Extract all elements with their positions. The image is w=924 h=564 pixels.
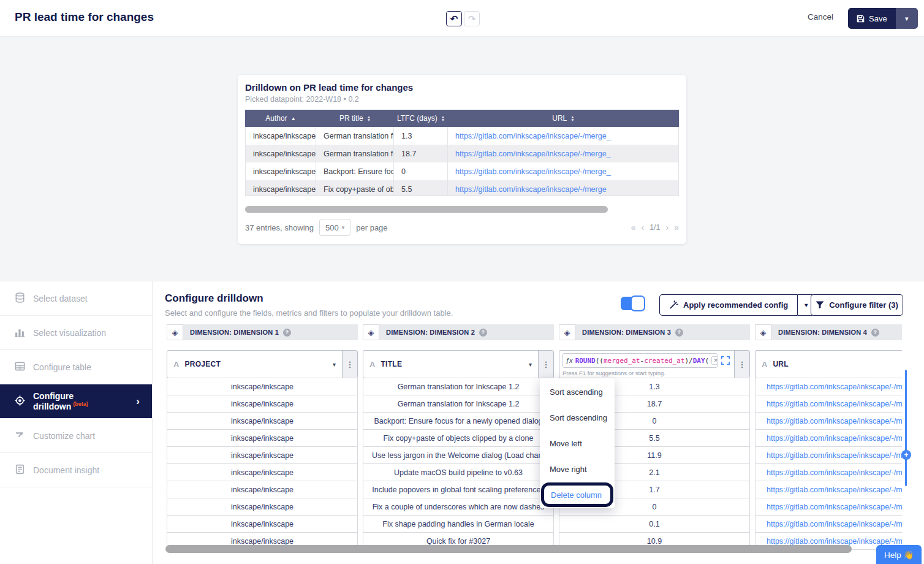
row-url-link[interactable]: https://gitlab.com/inkscape/inkscape/-/m… (767, 434, 902, 443)
help-tooltip-icon[interactable]: ? (283, 329, 291, 337)
help-button[interactable]: Help 👋 (876, 545, 922, 564)
builder-horizontal-scrollbar[interactable] (165, 545, 852, 553)
pr-url-link[interactable]: https://gitlab.com/inkscape/inkscape/-/m… (455, 167, 611, 176)
apply-recommended-config-button[interactable]: Apply recommended config (659, 294, 797, 316)
configure-content: Configure drilldown Select and configure… (153, 281, 924, 564)
first-page-icon[interactable]: « (631, 223, 636, 232)
grid-cell: https://gitlab.com/inkscape/inkscape/-/m… (755, 395, 902, 413)
menu-item-delete-column[interactable]: Delete column (541, 482, 613, 507)
next-page-icon[interactable]: › (666, 223, 669, 232)
url-cell: https://gitlab.com/inkscape/inkscape/-/m… (448, 180, 679, 196)
row-url-link[interactable]: https://gitlab.com/inkscape/inkscape/-/m… (767, 383, 902, 391)
row-url-link[interactable]: https://gitlab.com/inkscape/inkscape/-/m… (767, 486, 902, 494)
column-selector: APROJECT▾⋮ (167, 350, 358, 378)
table-row: inkscape/inkscapeFix copy+paste of objec… (245, 180, 679, 196)
sidebar-item-document-insight[interactable]: Document insight (0, 453, 152, 487)
sidebar-item-customize-chart[interactable]: Customize chart (0, 419, 152, 453)
grid-cell: Update macOS build pipeline to v0.63 (363, 463, 554, 481)
prev-page-icon[interactable]: ‹ (641, 223, 644, 232)
table-row: inkscape/inkscapeGerman translation for … (245, 127, 679, 145)
cancel-button[interactable]: Cancel (808, 12, 833, 21)
sidebar-item-label: Configure table (33, 362, 91, 372)
dimension-header-bar: DIMENSION: DIMENSION 1? (183, 324, 358, 340)
filter-funnel-icon (816, 301, 824, 309)
drilldown-card-title: Drilldown on PR lead time for changes (245, 82, 413, 93)
field-dropdown-url[interactable]: AURL▾ (755, 351, 902, 378)
column-menu-icon[interactable]: ⋮ (734, 351, 749, 378)
pr-url-link[interactable]: https://gitlab.com/inkscape/inkscape/-/m… (455, 132, 611, 140)
expand-formula-icon[interactable] (720, 355, 731, 366)
formula-hint: Press F1 for suggestions or start typing… (562, 370, 731, 376)
text-type-icon: A (369, 360, 375, 369)
table-row: inkscape/inkscapeGerman translation for … (245, 145, 679, 162)
row-url-link[interactable]: https://gitlab.com/inkscape/inkscape/-/m… (767, 451, 902, 460)
clear-formula-icon[interactable]: ✕ (711, 356, 718, 365)
formula-token-func: DAY (693, 357, 705, 365)
drilldown-enable-toggle[interactable] (621, 297, 643, 310)
chevron-right-icon: › (136, 395, 140, 408)
column-header-pr-title[interactable]: PR title▲▼ (316, 110, 394, 127)
beta-badge: (beta) (73, 401, 88, 407)
configure-filter-button[interactable]: Configure filter (3) (811, 294, 903, 316)
pagination-bar: 37 entries, showing 500 ▾ per page « ‹ 1… (245, 218, 679, 237)
column-menu-icon[interactable]: ⋮ (342, 351, 357, 378)
drilldown-builder: ◈DIMENSION: DIMENSION 1?APROJECT▾⋮inksca… (167, 324, 902, 564)
help-tooltip-icon[interactable]: ? (479, 329, 487, 337)
column-header-ltfc-days-[interactable]: LTFC (days)▲▼ (394, 110, 448, 127)
magic-wand-icon (669, 300, 678, 310)
sidebar-item-select-visualization[interactable]: Select visualization (0, 316, 152, 350)
grid-cell: inkscape/inkscape (167, 498, 358, 516)
pr-url-link[interactable]: https://gitlab.com/inkscape/inkscape/-/m… (455, 150, 611, 158)
menu-item-sort-descending[interactable]: Sort descending (540, 405, 615, 430)
page-size-select[interactable]: 500 ▾ (319, 219, 350, 236)
sidebar-item-label: Select visualization (33, 328, 106, 338)
sidebar-item-select-dataset[interactable]: Select dataset (0, 281, 152, 316)
save-button[interactable]: Save (848, 8, 896, 29)
help-tooltip-icon[interactable]: ? (675, 329, 683, 337)
card-horizontal-scrollbar[interactable] (245, 206, 608, 213)
sidebar-item-label: Customize chart (33, 431, 95, 441)
column-header-author[interactable]: Author▲ (245, 110, 316, 127)
formula-token-field: created_at (644, 357, 684, 365)
dimension-header-bar: DIMENSION: DIMENSION 3? (575, 324, 750, 340)
formula-input[interactable]: ƒxROUND((merged_at-created_at)/DAY(✕ (562, 353, 718, 368)
grid-cell: https://gitlab.com/inkscape/inkscape/-/m… (755, 378, 902, 395)
column-header-label: URL (552, 114, 567, 123)
ltfc-cell: 5.5 (394, 180, 448, 196)
save-dropdown-button[interactable]: ▾ (896, 8, 918, 29)
row-url-link[interactable]: https://gitlab.com/inkscape/inkscape/-/m… (767, 520, 902, 528)
url-cell: https://gitlab.com/inkscape/inkscape/-/m… (448, 127, 679, 145)
ltfc-cell: 0 (394, 162, 448, 180)
redo-button[interactable]: ↷ (464, 11, 480, 26)
pr-title-cell: German translation for Inks... (316, 145, 394, 162)
configure-heading: Configure drilldown (165, 292, 263, 305)
row-url-link[interactable]: https://gitlab.com/inkscape/inkscape/-/m… (767, 468, 902, 477)
sidebar-item-configure-drilldown[interactable]: Configure drilldown(beta)› (0, 384, 152, 419)
help-tooltip-icon[interactable]: ? (871, 329, 879, 337)
row-url-link[interactable]: https://gitlab.com/inkscape/inkscape/-/m… (767, 400, 902, 408)
menu-item-sort-ascending[interactable]: Sort ascending (540, 379, 615, 405)
row-url-link[interactable]: https://gitlab.com/inkscape/inkscape/-/m… (767, 417, 902, 425)
row-url-link[interactable]: https://gitlab.com/inkscape/inkscape/-/m… (767, 503, 902, 511)
pr-url-link[interactable]: https://gitlab.com/inkscape/inkscape/-/m… (455, 185, 607, 194)
undo-button[interactable]: ↶ (446, 11, 462, 26)
column-header-url[interactable]: URL▲▼ (448, 110, 679, 127)
sidebar-item-configure-table[interactable]: Configure table (0, 350, 152, 384)
menu-item-move-right[interactable]: Move right (540, 456, 615, 482)
last-page-icon[interactable]: » (674, 223, 679, 232)
formula-token-plain: (( (596, 357, 604, 365)
grid-cell: https://gitlab.com/inkscape/inkscape/-/m… (755, 515, 902, 533)
barchart-icon (15, 327, 25, 339)
undo-icon: ↶ (450, 13, 458, 25)
column-menu-icon[interactable]: ⋮ (538, 351, 553, 378)
sort-ascending-icon: ▲ (291, 116, 296, 121)
row-url-link[interactable]: https://gitlab.com/inkscape/inkscape/-/m… (767, 537, 902, 546)
grid-cell: Fix shape padding handles in German loca… (363, 515, 554, 533)
field-dropdown-title[interactable]: ATITLE▾ (363, 351, 538, 378)
add-column-icon[interactable]: + (901, 450, 911, 460)
column-cells: https://gitlab.com/inkscape/inkscape/-/m… (755, 378, 902, 550)
grid-cell: inkscape/inkscape (167, 481, 358, 498)
menu-item-move-left[interactable]: Move left (540, 430, 615, 456)
column-resize-indicator[interactable] (905, 370, 907, 486)
field-dropdown-project[interactable]: APROJECT▾ (167, 351, 342, 378)
